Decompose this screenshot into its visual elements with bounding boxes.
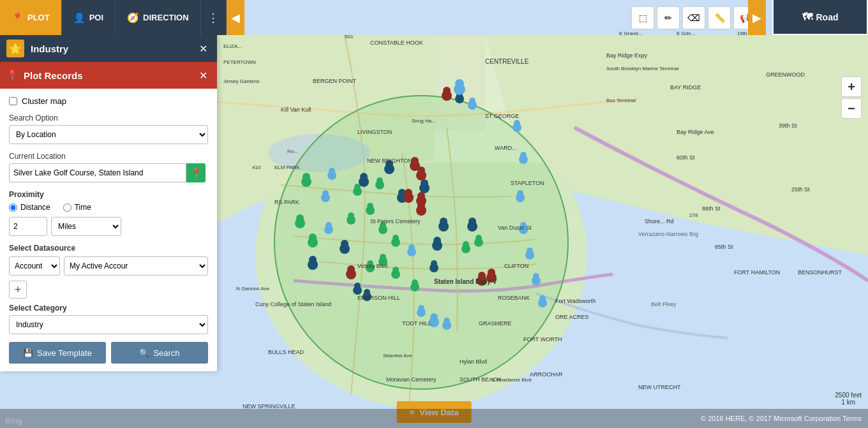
svg-point-33 <box>468 218 476 225</box>
distance-unit-select[interactable]: Miles Kilometers Feet <box>51 217 121 236</box>
svg-text:CONSTABLE HOOK: CONSTABLE HOOK <box>370 40 423 46</box>
save-template-button[interactable]: 💾 Save Template <box>9 342 106 364</box>
location-pin-button[interactable]: 📍 <box>186 163 206 182</box>
svg-text:BULLS HEAD: BULLS HEAD <box>268 349 304 355</box>
distance-value-input[interactable] <box>9 217 47 236</box>
zoom-out-button[interactable]: − <box>841 98 862 119</box>
lasso-tool-button[interactable]: ⬚ <box>631 6 654 29</box>
plot-tab-icon: 📍 <box>11 12 24 24</box>
add-datasource-button[interactable]: + <box>9 281 27 299</box>
category-select[interactable]: Industry Type Status <box>9 315 208 334</box>
svg-point-21 <box>440 218 447 225</box>
svg-text:EMERSON HILL: EMERSON HILL <box>357 295 400 301</box>
svg-text:ST GEORGE: ST GEORGE <box>485 113 519 119</box>
search-icon: 🔍 <box>139 348 149 358</box>
datasource-type-select[interactable]: Account Contact Lead <box>9 256 60 276</box>
svg-point-73 <box>533 273 539 279</box>
svg-text:Belt Pkwy: Belt Pkwy <box>651 301 677 307</box>
distance-radio[interactable] <box>9 203 17 212</box>
svg-text:N Gannon Ave: N Gannon Ave <box>236 286 269 291</box>
svg-point-25 <box>431 260 437 267</box>
svg-point-65 <box>520 152 527 158</box>
pencil-tool-button[interactable]: ✏ <box>657 6 680 29</box>
svg-text:Fort Wadsworth: Fort Wadsworth <box>555 298 595 304</box>
svg-point-89 <box>309 233 317 241</box>
svg-text:Verrazano-Narrows Brg: Verrazano-Narrows Brg <box>638 231 698 237</box>
time-radio-text: Time <box>75 203 91 212</box>
svg-text:Bus Terminal: Bus Terminal <box>606 98 636 103</box>
tab-plot[interactable]: 📍 PLOT <box>0 0 62 35</box>
svg-point-47 <box>347 265 355 273</box>
distance-radio-label[interactable]: Distance <box>9 203 50 212</box>
distance-input-row: Miles Kilometers Feet <box>9 217 208 236</box>
search-label: Search <box>153 348 179 358</box>
datasource-group: Select Datasource Account Contact Lead M… <box>9 244 208 276</box>
category-label: Select Category <box>9 304 208 313</box>
svg-text:STAPLETON: STAPLETON <box>511 180 544 186</box>
nav-tabs: 📍 PLOT 👤 POI 🧭 DIRECTION ⋮ ◀ <box>0 0 244 35</box>
plot-records-title: Plot Records <box>24 70 195 81</box>
svg-point-83 <box>408 244 415 251</box>
svg-text:St Peters Cemetery: St Peters Cemetery <box>370 218 421 225</box>
zoom-in-button[interactable]: + <box>841 77 862 97</box>
svg-text:S Goadanne Blvd: S Goadanne Blvd <box>491 377 532 383</box>
svg-point-57 <box>329 168 335 174</box>
svg-text:Kill Van Kull: Kill Van Kull <box>281 107 311 113</box>
current-location-input[interactable] <box>9 163 186 182</box>
tab-plot-label: PLOT <box>27 13 50 22</box>
panel-header: ⭐ Industry ✕ <box>0 35 217 62</box>
svg-point-39 <box>417 166 425 174</box>
svg-text:410: 410 <box>252 165 261 170</box>
collapse-panel-button[interactable]: ◀ <box>227 0 244 35</box>
svg-text:Riv...: Riv... <box>287 149 299 154</box>
category-group: Select Category Industry Type Status <box>9 304 208 334</box>
svg-text:GRASMERE: GRASMERE <box>479 320 512 327</box>
scale-bar: 2500 feet 1 km <box>835 392 862 406</box>
svg-text:25th St: 25th St <box>791 186 810 193</box>
eraser-tool-button[interactable]: ⌫ <box>682 6 705 29</box>
cluster-map-checkbox[interactable] <box>9 97 17 105</box>
proximity-label: Proximity <box>9 190 208 199</box>
svg-point-53 <box>455 79 464 88</box>
svg-text:Seaview Ave: Seaview Ave <box>383 353 412 358</box>
tab-direction-label: DIRECTION <box>143 13 189 22</box>
expand-right-button[interactable]: ▶ <box>748 0 766 35</box>
panel-title: Industry <box>31 43 195 54</box>
svg-point-111 <box>463 241 469 247</box>
time-radio[interactable] <box>63 203 71 212</box>
cluster-map-label: Cluster map <box>22 96 66 106</box>
map-tools: ⬚ ✏ ⌫ 📏 📢 <box>631 6 756 29</box>
panel-body: Cluster map Search Option By Location Cu… <box>0 89 217 371</box>
svg-point-67 <box>517 190 523 196</box>
search-option-select[interactable]: By Location <box>9 125 208 144</box>
svg-text:ARROCHAR: ARROCHAR <box>530 371 563 378</box>
tab-poi-label: POI <box>89 13 103 22</box>
search-button[interactable]: 🔍 Search <box>111 342 208 364</box>
svg-point-61 <box>326 222 332 228</box>
svg-point-107 <box>393 267 399 273</box>
svg-point-109 <box>412 279 418 286</box>
svg-point-87 <box>296 214 304 222</box>
copyright-text: © 2016 HERE, © 2017 Microsoft Corporatio… <box>701 415 862 422</box>
svg-text:Jersey Gardens: Jersey Gardens <box>223 78 259 84</box>
measure-tool-button[interactable]: 📏 <box>708 6 731 29</box>
more-options-button[interactable]: ⋮ <box>201 0 227 35</box>
svg-point-49 <box>488 269 495 276</box>
svg-text:FORT HAMILTON: FORT HAMILTON <box>734 269 780 276</box>
svg-text:Shore... Rd: Shore... Rd <box>645 218 674 225</box>
tab-poi[interactable]: 👤 POI <box>62 0 116 35</box>
tab-direction[interactable]: 🧭 DIRECTION <box>116 0 201 35</box>
map-type-button[interactable]: 🗺 Road <box>772 0 868 35</box>
scale-feet: 2500 feet <box>835 392 862 399</box>
time-radio-label[interactable]: Time <box>63 203 91 212</box>
search-option-group: Search Option By Location <box>9 114 208 144</box>
svg-point-59 <box>322 190 329 196</box>
svg-point-35 <box>443 87 451 94</box>
panel-close-button[interactable]: ✕ <box>195 41 211 56</box>
svg-text:Moravian Cemetery: Moravian Cemetery <box>386 376 437 383</box>
svg-point-91 <box>354 184 361 190</box>
plot-close-button[interactable]: ✕ <box>195 68 211 83</box>
datasource-filter-select[interactable]: My Active Accour All Accounts <box>64 256 208 276</box>
direction-tab-icon: 🧭 <box>127 12 139 24</box>
svg-point-77 <box>418 305 424 311</box>
